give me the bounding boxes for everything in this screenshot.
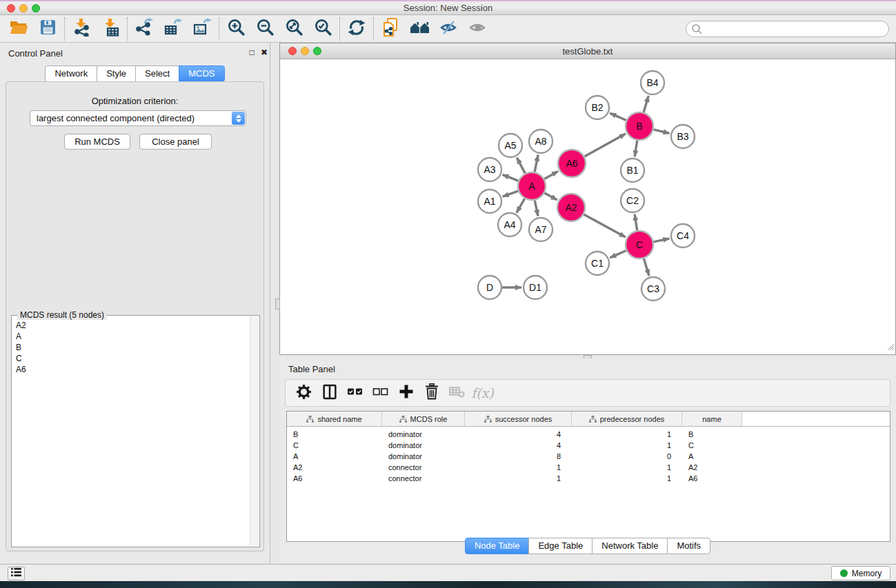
graph-edge-B-B4[interactable]	[644, 96, 648, 112]
hide-labels-button[interactable]	[434, 17, 463, 41]
show-columns-button[interactable]	[317, 381, 342, 405]
network-canvas[interactable]: B4B2BB3A8A5A6A3B1AC2A1A2A4A7C4CC1DD1C3	[280, 59, 895, 354]
graph-edge-A-A8[interactable]	[535, 155, 538, 172]
graph-edge-A6-B[interactable]	[584, 134, 626, 156]
mcds-result-box: MCDS result (5 nodes) A2ABCA6	[11, 315, 260, 547]
optimization-criterion-select[interactable]: largest connected component (directed)	[30, 110, 246, 126]
cell-mcds_role: dominator	[382, 451, 465, 462]
graph-edge-C-C2[interactable]	[635, 214, 637, 231]
import-network-button[interactable]	[67, 17, 96, 41]
zoom-in-icon	[228, 19, 245, 39]
table-panel-title: Table Panel	[288, 364, 335, 374]
tab-node-table[interactable]: Node Table	[465, 538, 530, 554]
resize-grip[interactable]	[886, 341, 895, 354]
table-row[interactable]: A2connector11A2	[287, 462, 890, 473]
tab-select[interactable]: Select	[135, 65, 179, 82]
table-row[interactable]: Cdominator41C	[287, 440, 890, 451]
unselect-all-icon	[372, 385, 388, 401]
close-panel-icon[interactable]: ✖	[259, 48, 270, 57]
delete-table-button[interactable]	[444, 381, 470, 405]
graph-edge-B-B1[interactable]	[635, 141, 637, 157]
select-all-button[interactable]	[342, 381, 368, 405]
search-input[interactable]	[686, 21, 889, 37]
tab-network-table[interactable]: Network Table	[592, 538, 668, 554]
zoom-selected-button[interactable]	[308, 17, 337, 41]
tab-mcds[interactable]: MCDS	[179, 65, 224, 82]
graph-edge-A-A3[interactable]	[503, 174, 519, 181]
graph-edge-A-A7[interactable]	[535, 201, 538, 216]
mcds-result-item[interactable]: A6	[13, 364, 249, 375]
mcds-result-item[interactable]: B	[13, 342, 249, 353]
close-panel-button[interactable]: Close panel	[139, 134, 212, 150]
task-history-button[interactable]	[8, 567, 25, 580]
graph-edge-C-C4[interactable]	[654, 239, 670, 242]
window-titlebar[interactable]: Session: New Session	[0, 0, 896, 15]
home-button[interactable]	[405, 17, 434, 41]
column-header-shared-name[interactable]: shared name	[287, 412, 382, 426]
result-scrollbar[interactable]	[250, 316, 259, 546]
splitter-handle[interactable]	[275, 298, 280, 310]
select-stepper-icon	[232, 112, 245, 125]
run-mcds-button[interactable]: Run MCDS	[64, 134, 130, 150]
import-table-button[interactable]	[96, 17, 125, 41]
table-row[interactable]: Adominator80A	[287, 451, 890, 462]
delete-column-button[interactable]	[419, 381, 444, 405]
attribute-type-icon	[306, 416, 314, 423]
column-label: successor nodes	[495, 415, 552, 423]
column-header-name[interactable]: name	[682, 412, 742, 426]
session-clone-button[interactable]	[376, 17, 405, 41]
cell-mcds_role: dominator	[382, 440, 465, 451]
table-row[interactable]: Bdominator41B	[287, 429, 890, 440]
network-view-window: testGlobe.txt B4B2BB3A8A5A6A3B1AC2A1A2A4…	[279, 43, 896, 355]
show-graphics-button[interactable]	[463, 17, 492, 41]
add-column-button[interactable]	[393, 381, 419, 405]
table-row[interactable]: A6connector11A6	[287, 473, 890, 484]
column-header-predecessor-nodes[interactable]: predecessor nodes	[572, 412, 682, 426]
status-bar: Memory	[0, 564, 896, 581]
column-label: MCDS role	[410, 415, 448, 423]
refresh-button[interactable]	[342, 17, 371, 41]
open-button[interactable]	[4, 17, 33, 41]
graph-edge-A-A1[interactable]	[503, 191, 518, 196]
function-builder-button[interactable]: f(x)	[470, 381, 495, 405]
graph-edge-A-A2[interactable]	[544, 193, 557, 200]
graph-edge-C-C1[interactable]	[610, 251, 626, 258]
tab-motifs[interactable]: Motifs	[667, 538, 710, 554]
tab-style[interactable]: Style	[97, 65, 136, 82]
column-header-successor-nodes[interactable]: successor nodes	[465, 412, 572, 426]
mcds-result-item[interactable]: A	[13, 331, 249, 342]
session-clone-icon	[381, 17, 400, 40]
toolbar-separator	[219, 17, 219, 41]
tab-network[interactable]: Network	[45, 65, 97, 82]
graph-edge-B-B2[interactable]	[610, 113, 626, 120]
graph-edge-A-A5[interactable]	[517, 158, 525, 174]
mcds-result-item[interactable]: A2	[13, 320, 249, 331]
table-settings-button[interactable]	[291, 381, 317, 405]
column-header-MCDS-role[interactable]: MCDS role	[382, 412, 465, 426]
mcds-result-item[interactable]: C	[13, 353, 249, 364]
save-button[interactable]	[33, 17, 62, 41]
graph-edge-A-A4[interactable]	[517, 199, 525, 212]
function-builder-icon: f(x)	[471, 385, 494, 401]
graph-edge-B-B3[interactable]	[653, 130, 669, 134]
graph-node-label: B	[636, 121, 642, 132]
float-panel-icon[interactable]: □	[246, 48, 257, 57]
graph-edge-A2-C[interactable]	[584, 214, 625, 237]
export-network-button[interactable]	[130, 17, 159, 41]
zoom-in-button[interactable]	[221, 17, 250, 41]
tab-edge-table[interactable]: Edge Table	[528, 538, 593, 554]
open-icon	[10, 19, 28, 38]
export-table-button[interactable]	[159, 17, 188, 41]
graph-edge-C-C3[interactable]	[644, 258, 649, 276]
memory-button[interactable]: Memory	[831, 566, 890, 580]
unselect-all-button[interactable]	[368, 381, 393, 405]
graph-node-label: A4	[504, 219, 515, 230]
toolbar-separator	[64, 17, 65, 41]
cell-name: A	[682, 451, 742, 462]
network-window-titlebar[interactable]: testGlobe.txt	[280, 43, 895, 59]
export-image-button[interactable]	[188, 17, 217, 41]
cell-name: A2	[682, 462, 742, 473]
zoom-fit-button[interactable]	[279, 17, 308, 41]
graph-edge-A-A6[interactable]	[544, 171, 558, 179]
zoom-out-button[interactable]	[250, 17, 279, 41]
